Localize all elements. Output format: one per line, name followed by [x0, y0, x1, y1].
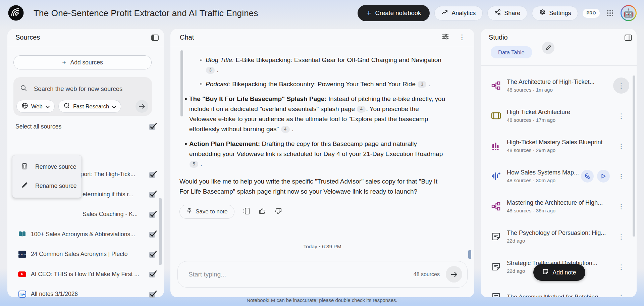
chat-bullet-item: The "Buy It For Life Basecamp" Splash Pa…	[189, 94, 447, 134]
search-icon	[20, 85, 27, 93]
research-mode-dropdown[interactable]: Fast Research	[58, 100, 121, 113]
source-list-item[interactable]: 100+ Sales Acronyms & Abbreviations...	[7, 224, 164, 245]
bullet-marker	[185, 98, 187, 100]
notebook-title[interactable]: The One-Sentence Profit Extractor and AI…	[34, 8, 258, 18]
select-all-sources-row[interactable]: Select all sources	[15, 121, 157, 132]
save-to-note-button[interactable]: Save to note	[179, 205, 234, 219]
source-list-item[interactable]: m+All notes 3/1/2026	[7, 304, 164, 306]
note-icon	[491, 262, 501, 271]
more-options-icon[interactable]: ⋮	[613, 259, 629, 275]
artifact-title: The Acronym Method for Batching...	[507, 294, 613, 298]
settings-button[interactable]: Settings	[532, 6, 578, 20]
add-note-button[interactable]: Add note	[533, 264, 585, 281]
web-search-card: Search the web for new sources Web Fast …	[13, 77, 152, 116]
source-checkbox[interactable]	[149, 170, 157, 179]
more-options-icon[interactable]: ⋮	[613, 198, 629, 214]
source-list-item[interactable]: PLECTO24 Common Sales Acronyms | Plecto	[7, 244, 164, 264]
source-checkbox[interactable]	[149, 250, 157, 259]
share-button[interactable]: Share	[487, 6, 527, 20]
chat-scroll-indicator[interactable]	[468, 250, 471, 259]
bullet-marker	[200, 59, 202, 61]
citation-chip[interactable]: 3	[206, 67, 215, 74]
select-all-checkbox[interactable]	[149, 122, 157, 131]
artifact-meta: 48 sources · 1m ago	[507, 87, 613, 93]
add-sources-button[interactable]: + Add sources	[13, 55, 152, 69]
artifact-meta: 22d ago	[507, 238, 613, 244]
mindmap-icon	[491, 202, 501, 211]
tune-settings-icon[interactable]	[442, 33, 449, 42]
apps-grid-icon[interactable]	[604, 7, 616, 19]
thumbs-up-icon[interactable]	[259, 207, 266, 216]
studio-panel: Studio Data Table The Architecture of Hi…	[481, 29, 637, 297]
more-options-icon[interactable]: ⋮	[613, 108, 629, 124]
share-label: Share	[504, 10, 520, 17]
source-checkbox[interactable]	[149, 210, 157, 219]
create-notebook-button[interactable]: + Create notebook	[358, 5, 430, 21]
studio-artifact-row[interactable]: High-Ticket Mastery Sales Blueprint48 so…	[481, 131, 637, 161]
chat-input[interactable]	[189, 271, 414, 278]
studio-artifact-row[interactable]: High Ticket Architecture48 sources · 17m…	[481, 101, 637, 131]
add-note-label: Add note	[552, 269, 576, 276]
more-options-icon[interactable]: ⋮	[613, 289, 629, 297]
artifact-meta: 48 sources · 17m ago	[507, 117, 613, 123]
audio-overview-icon	[491, 171, 501, 181]
citation-chip[interactable]: 3	[418, 81, 426, 88]
studio-artifact-row[interactable]: The Acronym Method for Batching...⋮	[481, 282, 637, 297]
play-button[interactable]	[597, 170, 610, 183]
more-options-icon[interactable]: ⋮	[459, 33, 466, 41]
search-input[interactable]: Search the web for new sources	[34, 85, 122, 93]
thumbs-down-icon[interactable]	[275, 207, 282, 216]
send-button[interactable]	[446, 266, 462, 283]
more-options-icon[interactable]: ⋮	[613, 78, 629, 94]
settings-label: Settings	[549, 10, 571, 17]
source-list-item[interactable]: AI CEO: THIS is How I'd Make My First ..…	[7, 264, 164, 285]
collapse-panel-icon[interactable]	[624, 33, 633, 42]
artifact-title: Mastering the Architecture of High...	[507, 199, 613, 206]
source-checkbox[interactable]	[149, 190, 157, 199]
citation-chip[interactable]: 4	[281, 126, 290, 133]
studio-artifact-row[interactable]: Mastering the Architecture of High...48 …	[481, 191, 637, 221]
collapse-panel-icon[interactable]	[151, 33, 159, 42]
assistant-message: Blog Title: E-Bike Bikepacking: Essentia…	[170, 46, 474, 197]
source-count-badge: 48 sources	[414, 271, 440, 277]
more-options-icon[interactable]: ⋮	[613, 168, 629, 184]
studio-panel-title: Studio	[489, 34, 508, 41]
rename-source-menu-item[interactable]: Rename source	[12, 176, 82, 196]
citation-chip[interactable]: 5	[190, 161, 198, 168]
data-table-chip[interactable]: Data Table	[491, 46, 532, 58]
sources-scrollbar[interactable]	[159, 198, 162, 265]
search-submit-button[interactable]	[136, 100, 148, 113]
sources-panel: Sources + Add sources Search the web for…	[7, 29, 164, 297]
notebooklm-logo-icon[interactable]	[8, 5, 24, 21]
studio-scrollbar[interactable]	[633, 75, 635, 237]
account-avatar[interactable]: 🤖	[621, 5, 637, 21]
chat-bullet-item: Blog Title: E-Bike Bikepacking: Essentia…	[206, 55, 444, 75]
artifact-title: High-Ticket Mastery Sales Blueprint	[507, 139, 613, 146]
mindmap-icon	[491, 81, 501, 90]
source-title: AI CEO: THIS is How I'd Make My First ..…	[31, 271, 149, 278]
citation-chip[interactable]: 4	[357, 106, 366, 113]
studio-artifact-row[interactable]: The Psychology of Persuasion: Hig...22d …	[481, 221, 637, 252]
more-options-icon[interactable]: ⋮	[613, 138, 629, 154]
studio-artifact-row[interactable]: How Sales Systems Map...48 sources · 30m…	[481, 161, 637, 191]
save-to-note-label: Save to note	[196, 208, 227, 215]
source-checkbox[interactable]	[149, 270, 157, 278]
web-source-dropdown[interactable]: Web	[16, 100, 55, 113]
studio-artifact-list: The Architecture of High-Ticket...48 sou…	[481, 70, 637, 297]
copy-icon[interactable]	[243, 207, 250, 216]
analytics-button[interactable]: Analytics	[434, 6, 483, 20]
studio-artifact-row[interactable]: The Architecture of High-Ticket...48 sou…	[481, 70, 637, 101]
source-context-menu: Remove sourceRename source	[12, 155, 82, 198]
chat-bullet-item: Podcast: Bikepacking the Backcountry: Po…	[206, 79, 444, 89]
more-options-icon[interactable]: ⋮	[613, 228, 629, 245]
remove-source-menu-item[interactable]: Remove source	[12, 157, 82, 176]
source-list-item[interactable]: Sales Coaching - K...	[7, 204, 164, 224]
source-title: 24 Common Sales Acronyms | Plecto	[31, 251, 149, 258]
source-title: Sales Coaching - K...	[83, 211, 149, 218]
interactive-mode-button[interactable]	[581, 170, 594, 183]
chat-scrollbar[interactable]	[180, 50, 183, 116]
chat-input-box: 48 sources	[177, 261, 468, 288]
edit-icon[interactable]	[542, 42, 554, 54]
source-checkbox[interactable]	[149, 230, 157, 239]
bullet-marker	[185, 143, 187, 145]
